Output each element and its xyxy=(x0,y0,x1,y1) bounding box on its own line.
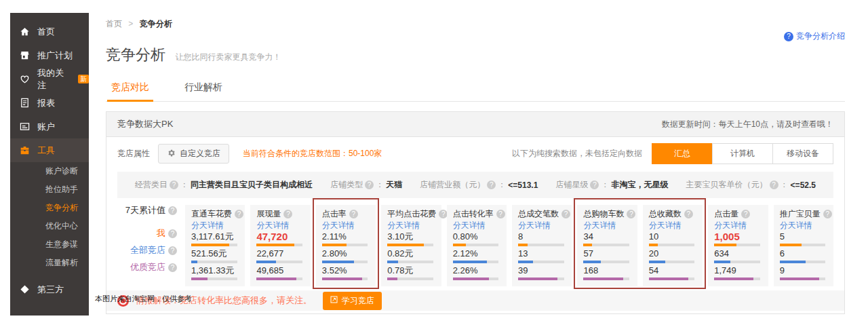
help-icon[interactable] xyxy=(283,210,292,218)
sidebar-item-home[interactable]: 首页 xyxy=(10,20,89,43)
filter-colon: ： xyxy=(180,179,189,191)
sidebar-item-heart[interactable]: 我的关注新 xyxy=(10,67,89,91)
metric-bar xyxy=(453,278,499,280)
filter-colon: ： xyxy=(781,179,789,191)
metric-value: 3,117.61元 xyxy=(191,231,239,242)
breadcrumb: 首页 > 竞争分析 xyxy=(106,18,845,30)
metric-bar xyxy=(322,278,368,280)
help-icon[interactable] xyxy=(168,246,177,255)
filter-item: 主要宝贝客单价（元）：<=52.5 xyxy=(686,179,816,191)
metric-value-row: 2.26% xyxy=(453,265,500,282)
filter-colon: ： xyxy=(498,179,506,191)
sidebar-subitem[interactable]: 生意参谋 xyxy=(10,235,89,254)
analysis-intro-link[interactable]: 竞争分析介绍 xyxy=(784,31,845,42)
sidebar-item-third-party[interactable]: 第三方 xyxy=(10,278,89,301)
daily-detail-link[interactable]: 分天详情 xyxy=(649,220,696,231)
insight-row: 情报解读：竞店转化率比您高很多，请关注。 学习竞店 xyxy=(106,290,844,311)
filter-item: 店铺星级：非淘宝，无星级 xyxy=(555,179,668,191)
question-circle-icon xyxy=(784,32,793,41)
help-icon[interactable] xyxy=(168,229,177,238)
tab-industry[interactable]: 行业解析 xyxy=(180,81,226,101)
sidebar-item-briefcase[interactable]: 工具 xyxy=(10,138,89,162)
metric-value-row: 0.82元 xyxy=(387,248,435,265)
metric-title: 点击量 xyxy=(714,208,762,220)
device-tab-button[interactable]: 汇总 xyxy=(652,143,713,164)
daily-detail-link[interactable]: 分天详情 xyxy=(191,220,239,231)
metric-card-2: 点击率分天详情2.11%2.80%3.52% xyxy=(316,205,376,286)
daily-detail-link[interactable]: 分天详情 xyxy=(583,220,631,231)
metric-title: 展现量 xyxy=(256,208,304,220)
metric-bar-fill xyxy=(518,261,533,263)
metric-value-row: 5 xyxy=(780,231,827,248)
daily-detail-link[interactable]: 分天详情 xyxy=(387,220,435,231)
help-icon[interactable] xyxy=(349,210,358,218)
gear-icon xyxy=(167,149,176,159)
metric-value: 20 xyxy=(649,248,696,259)
metric-bar xyxy=(191,261,237,263)
device-tab-button[interactable]: 移动设备 xyxy=(772,143,833,164)
metric-bar-fill xyxy=(256,261,275,263)
help-icon[interactable] xyxy=(684,210,693,218)
sidebar-subitem[interactable]: 优化中心 xyxy=(10,217,89,235)
metric-bar xyxy=(453,244,499,246)
metric-value-row: 54 xyxy=(649,265,696,282)
help-icon[interactable] xyxy=(365,180,374,189)
metric-value: 22,677 xyxy=(256,248,304,259)
help-icon[interactable] xyxy=(168,206,177,215)
daily-detail-link[interactable]: 分天详情 xyxy=(714,220,762,231)
metric-bar-fill xyxy=(453,261,487,263)
help-icon[interactable] xyxy=(823,210,832,218)
sidebar-subitem[interactable]: 抢位助手 xyxy=(10,180,89,199)
metric-value-row: 2.80% xyxy=(322,248,370,265)
help-icon[interactable] xyxy=(487,180,496,189)
sidebar-subitem[interactable]: 竞争分析 xyxy=(10,199,89,217)
filter-strip: 经营类目：同主营类目且宝贝子类目构成相近店铺类型：天猫店铺营业额（元）：<=51… xyxy=(117,172,833,198)
filter-label: 店铺营业额（元） xyxy=(420,179,485,191)
filter-label: 经营类目 xyxy=(135,179,167,191)
metric-card-1: 展现量分天详情47,72022,67749,685 xyxy=(250,205,310,286)
metric-title: 直通车花费 xyxy=(191,208,239,220)
daily-detail-link[interactable]: 分天详情 xyxy=(518,220,566,231)
metric-value: 0.80% xyxy=(453,231,500,242)
help-icon[interactable] xyxy=(741,210,750,218)
help-icon[interactable] xyxy=(170,180,178,189)
help-icon[interactable] xyxy=(561,210,570,218)
sidebar-item-promotion[interactable]: 推广计划 xyxy=(10,43,89,67)
metric-card-0: 直通车花费分天详情3,117.61元521.56元1,361.33元 xyxy=(185,205,245,286)
daily-detail-link[interactable]: 分天详情 xyxy=(256,220,304,231)
help-icon[interactable] xyxy=(168,263,177,272)
sidebar-item-label: 首页 xyxy=(37,26,55,38)
customize-shops-button[interactable]: 自定义竞店 xyxy=(158,144,229,164)
device-tabs: 汇总计算机移动设备 xyxy=(652,143,833,164)
metric-bar-fill xyxy=(714,278,753,280)
metric-bar xyxy=(780,278,826,280)
metric-title: 点击率 xyxy=(322,208,370,220)
help-icon[interactable] xyxy=(590,180,599,189)
daily-detail-link[interactable]: 分天详情 xyxy=(453,220,500,231)
help-icon[interactable] xyxy=(627,210,635,218)
sidebar-item-report[interactable]: 报表 xyxy=(10,91,89,115)
learn-competitor-button[interactable]: 学习竞店 xyxy=(323,292,382,310)
sidebar-subitem[interactable]: 流量解析 xyxy=(10,254,89,272)
sidebar-subitem[interactable]: 账户诊断 xyxy=(10,162,89,180)
metric-name: 点击量 xyxy=(714,208,738,220)
daily-detail-link[interactable]: 分天详情 xyxy=(322,220,370,231)
device-tab-button[interactable]: 计算机 xyxy=(712,143,773,164)
help-icon[interactable] xyxy=(235,210,243,218)
metric-value-row: 3.10元 xyxy=(387,231,435,248)
help-icon[interactable] xyxy=(770,180,778,189)
metric-value-row: 1,749 xyxy=(714,265,762,282)
metric-bar-fill xyxy=(780,278,819,280)
filter-item: 店铺类型：天猫 xyxy=(330,179,402,191)
shop-attr-label: 竞店属性 xyxy=(117,148,150,159)
metric-value-row: 39 xyxy=(518,265,566,282)
sidebar-item-account[interactable]: 账户 xyxy=(10,115,89,138)
help-icon[interactable] xyxy=(496,210,505,218)
metric-value-row: 22,677 xyxy=(256,248,304,265)
breadcrumb-home-link[interactable]: 首页 xyxy=(106,19,122,28)
tab-shop-compare[interactable]: 竞店对比 xyxy=(107,81,153,102)
metric-value: 39 xyxy=(518,265,566,275)
metric-bar xyxy=(518,244,564,246)
daily-detail-link[interactable]: 分天详情 xyxy=(780,220,827,231)
customize-shops-label: 自定义竞店 xyxy=(180,148,220,159)
